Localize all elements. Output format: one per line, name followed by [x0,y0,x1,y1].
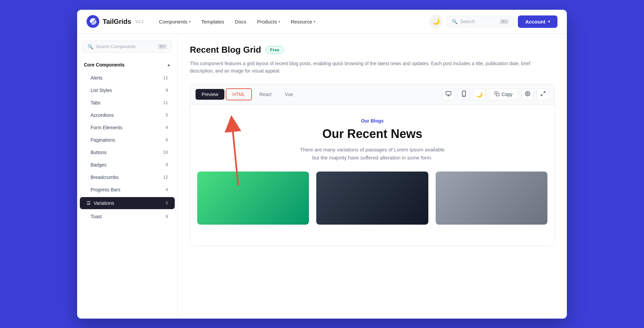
chevron-down-icon: ▾ [548,19,550,24]
main-nav: Components ▾ Templates Docs Products ▾ R… [154,16,419,27]
nav-docs[interactable]: Docs [230,16,251,27]
nav-templates[interactable]: Templates [197,16,229,27]
expand-button[interactable] [537,88,549,100]
sidebar-item-alerts[interactable]: Alerts 11 [80,72,175,84]
main-content: Recent Blog Grid Free This component fea… [178,34,567,319]
nav-resource[interactable]: Resource ▾ [286,16,320,27]
nav-components[interactable]: Components ▾ [154,16,195,27]
svg-rect-1 [446,92,451,95]
dark-mode-toggle[interactable]: 🌙 [429,15,443,28]
settings-icon [525,91,530,98]
chevron-down-icon: ▾ [314,20,315,24]
search-placeholder: Search [460,19,497,24]
tab-react[interactable]: React [253,89,278,100]
sidebar-item-label: Buttons [91,150,106,155]
logo-area[interactable]: TailGrids V.2.2 [87,15,144,28]
desktop-view-button[interactable] [442,88,454,100]
blog-cards [197,171,548,225]
search-bar[interactable]: 🔍 Search ⌘K [447,16,514,27]
tab-html[interactable]: HTML [226,88,252,100]
expand-icon [540,91,546,98]
sidebar-search[interactable]: 🔍 Search Components ⌘K [83,41,172,53]
svg-line-7 [541,94,543,96]
dark-mode-preview-button[interactable]: 🌙 [473,88,485,100]
chevron-down-icon: ▾ [278,20,280,24]
sidebar-item-badges[interactable]: Badges 9 [80,159,175,171]
sidebar-item-count: 9 [166,88,168,93]
sidebar-item-tabs[interactable]: Tabs 11 [80,97,175,109]
sidebar-item-count: 33 [163,150,168,155]
list-icon: ☰ [87,200,91,206]
tab-vue[interactable]: Vue [279,89,299,100]
chevron-up-icon[interactable]: ▲ [167,62,171,67]
sidebar-search-placeholder: Search Components [96,44,155,49]
sidebar-item-accordions[interactable]: Accordions 5 [80,109,175,121]
sidebar-item-label: Alerts [91,75,103,81]
code-panel: Preview HTML React Vue [190,84,555,246]
sidebar-item-count: 4 [166,187,168,192]
sidebar-item-label: Form Elements [91,125,122,130]
desktop-icon [445,91,451,98]
logo-text: TailGrids [103,18,131,26]
svg-line-6 [543,92,545,93]
sidebar-item-count: 5 [166,112,168,118]
component-title: Recent Blog Grid [190,45,261,55]
component-description: This component features a grid layout of… [190,60,542,75]
sidebar-item-label: Toast [91,214,102,219]
search-icon: 🔍 [452,19,458,24]
blog-card-3 [435,171,548,225]
sidebar-item-buttons[interactable]: Buttons 33 [80,146,175,158]
variations-count: 5 [166,200,168,205]
copy-icon [494,91,499,97]
logo-version: V.2.2 [135,19,144,24]
sidebar-item-label: Tabs [91,100,101,105]
settings-button[interactable] [522,88,534,100]
component-header: Recent Blog Grid Free [190,45,555,55]
search-kbd: ⌘K [499,19,509,24]
blog-section-label: Our Blogs [361,118,384,124]
code-tabs: Preview HTML React Vue [196,88,299,100]
sidebar-item-label: Accordions [91,112,114,118]
sidebar-item-label: Paginations [91,137,115,143]
nav-products[interactable]: Products ▾ [253,16,285,27]
chevron-down-icon: ▾ [189,20,191,24]
sidebar-item-label: List Styles [91,88,112,93]
account-button[interactable]: Account ▾ [518,15,557,28]
svg-point-3 [464,96,464,96]
mobile-view-button[interactable] [458,88,470,100]
sidebar-section-header: Core Components ▲ [77,59,177,72]
code-panel-toolbar: Preview HTML React Vue [190,84,554,105]
sidebar-item-count: 4 [166,125,168,130]
copy-button[interactable]: Copy [489,88,518,100]
logo-icon [87,15,99,28]
variations-button[interactable]: ☰ Variations 5 [80,197,175,209]
sidebar-item-progress-bars[interactable]: Progress Bars 4 [80,184,175,196]
sidebar-item-label: Progress Bars [91,187,120,192]
blog-card-image-1 [197,172,309,225]
free-badge: Free [266,46,283,54]
blog-section-title: Our Recent News [322,127,422,141]
sidebar-item-count: 9 [166,162,168,167]
sidebar-item-toast[interactable]: Toast 8 [80,210,175,223]
moon-icon: 🌙 [432,18,440,25]
sidebar-item-label: Badges [91,162,106,168]
header: TailGrids V.2.2 Components ▾ Templates D… [77,10,567,34]
toolbar-right: 🌙 Copy [442,88,549,100]
body: 🔍 Search Components ⌘K Core Components ▲… [77,34,567,319]
blog-card-2 [316,171,428,225]
sidebar-item-paginations[interactable]: Paginations 6 [80,134,175,146]
sidebar-item-count: 6 [166,137,168,142]
sidebar-item-list-styles[interactable]: List Styles 9 [80,84,175,96]
tab-preview[interactable]: Preview [196,89,224,100]
blog-card-image-3 [436,172,547,225]
blog-card-1 [197,171,309,225]
sidebar-search-kbd: ⌘K [158,44,167,49]
blog-section-desc: There are many variations of passages of… [300,146,444,162]
copy-label: Copy [501,92,513,97]
sidebar-item-breadcrumbs[interactable]: Breadcrumbs 12 [80,171,175,183]
sidebar: 🔍 Search Components ⌘K Core Components ▲… [77,34,178,319]
svg-point-5 [527,93,528,94]
sidebar-section-title: Core Components [84,62,124,67]
sidebar-item-form-elements[interactable]: Form Elements 4 [80,122,175,134]
sidebar-item-count: 12 [163,175,168,180]
